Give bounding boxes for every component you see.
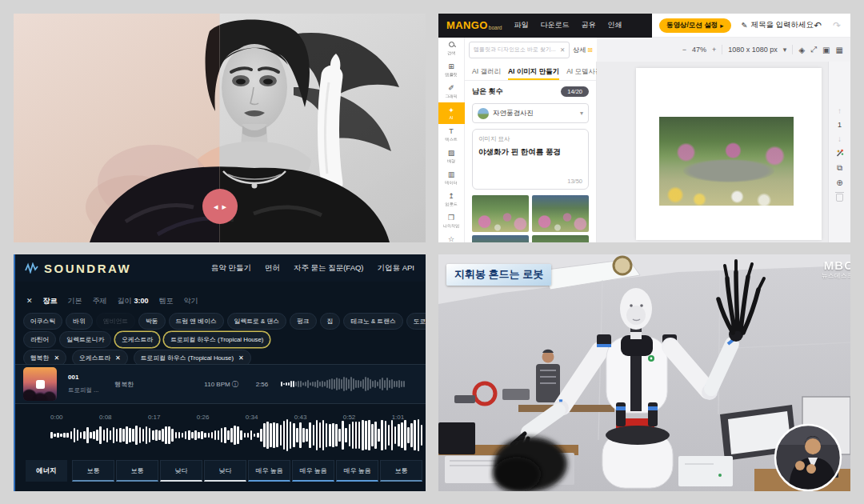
canvas-landscape-image[interactable] [659,117,794,206]
char-count: 13/50 [567,178,582,185]
redo-icon[interactable]: ↷ [833,20,841,31]
generated-image-2[interactable] [532,195,589,232]
genre-chip-house[interactable]: 집 [320,313,341,330]
sidebar-item-label: 데이터 [445,179,457,186]
trash-icon[interactable] [836,194,843,202]
filter-tempo[interactable]: 템포 [159,296,174,306]
energy-segment[interactable]: 보통 [116,460,158,482]
document-title-placeholder: 제목을 입력하세요 [750,20,814,30]
energy-segment[interactable]: 보통 [380,460,422,482]
motion-settings-button[interactable]: 동영상/모션 설정 ▸ [659,18,731,33]
genre-chip-rock[interactable]: 바위 [66,313,93,330]
detail-search-button[interactable]: 상세 ⊞ [573,46,593,54]
frame-icon[interactable]: ▣ [822,46,830,54]
move-layer-up-icon[interactable]: ↑ [838,106,842,115]
energy-segment[interactable]: 낮다 [160,460,202,482]
remove-tag-icon[interactable]: ✕ [115,354,121,362]
filter-length[interactable]: 길이3:00 [118,296,149,306]
nav-faq[interactable]: 자주 묻는 질문(FAQ) [294,263,364,274]
generated-image-4[interactable] [532,235,589,242]
prompt-textarea[interactable]: 이미지 묘사 야생화가 핀 한여름 풍경 13/50 [472,129,589,190]
generated-image-3[interactable] [472,235,529,242]
add-circle-icon[interactable]: ⊕ [836,178,842,187]
document-title-input[interactable]: ✎ 제목을 입력하세요 [742,20,814,30]
genre-chip-latin[interactable]: 라틴어 [23,331,56,348]
nav-create-music[interactable]: 음악 만들기 [211,263,251,274]
grid-view-icon[interactable]: ▦ [836,46,843,54]
close-filter-icon[interactable]: ✕ [26,297,33,305]
filter-basic[interactable]: 기본 [68,296,82,306]
zoom-in-button[interactable]: + [712,46,716,54]
energy-segment[interactable]: 보통 [72,460,114,482]
sidebar-item-ai[interactable]: ✦ AI [438,102,465,124]
filter-genre[interactable]: 장르 [43,296,58,306]
slider-right-arrow-icon: ▸ [222,202,227,211]
mangoboard-logo[interactable]: MANGO [446,19,488,31]
genre-chip-electronica[interactable]: 일렉트로니카 [59,331,111,348]
nav-license[interactable]: 면허 [265,263,280,274]
sidebar-item-search[interactable]: 검색 [438,38,465,59]
genre-chip-tropical-house[interactable]: 트로피컬 하우스 (Tropical House) [163,331,270,348]
genre-chip-electro-dance[interactable]: 일렉트로 & 댄스 [227,313,286,330]
menu-download[interactable]: 다운로드 [540,20,569,30]
undo-icon[interactable]: ↶ [814,20,822,31]
remove-tag-icon[interactable]: ✕ [54,354,59,362]
sidebar-item-upload[interactable]: ↥ 업로드 [438,189,465,210]
canvas-size-select[interactable]: 1080 x 1080 px [728,46,778,54]
menu-file[interactable]: 파일 [514,20,528,30]
clear-search-icon[interactable]: ✕ [560,46,565,54]
genre-chip-orchestra[interactable]: 오케스트라 [114,331,160,348]
tab-ai-gallery[interactable]: AI 갤러리 [472,67,501,80]
compare-slider-handle[interactable]: ◂ ▸ [202,189,238,224]
waveform[interactable] [50,417,424,454]
sidebar-item-my-work[interactable]: ❐ 나의작업 [438,210,465,232]
track-waveform[interactable] [281,372,416,396]
soundraw-app: SOUNDRAW 음악 만들기 면허 자주 묻는 질문(FAQ) 기업용 API… [14,254,426,491]
layer-number: 1 [838,121,842,129]
tab-ai-image-create[interactable]: AI 이미지 만들기 [508,67,559,80]
remove-tag-icon[interactable]: ✕ [238,354,244,362]
genre-chip-funk[interactable]: 펑크 [290,313,317,330]
layers-icon[interactable]: ◈ [798,46,805,54]
info-icon[interactable]: ⓘ [232,380,238,389]
zoom-out-button[interactable]: − [682,46,686,54]
filter-theme[interactable]: 주제 [93,296,107,306]
genre-chip-drum-and-bass[interactable]: 드럼 앤 베이스 [169,313,224,330]
style-select[interactable]: 자연풍경사진 ▾ [472,103,589,123]
filter-instruments[interactable]: 악기 [184,296,198,306]
track-row[interactable]: 001 트로피컬 ... 행복한 110 BPM ⓘ 2:56 [14,364,426,404]
sidebar-item-data[interactable]: ▥ 데이터 [438,167,465,189]
ai-panel: AI 갤러리 AI 이미지 만들기 AI 모델사진 남은 횟수 14/20 자연… [465,62,597,242]
menu-print[interactable]: 인쇄 [607,20,622,30]
genre-chip-ambient[interactable]: 엠비언트 [96,313,135,330]
genre-chip-acoustic[interactable]: 어쿠스틱 [23,313,62,330]
genre-chip-tokyo-night-pop[interactable]: 도쿄 나이트 팝 [406,313,426,330]
sidebar-item-favorites[interactable]: ☆ 즐겨찾기 [438,232,465,242]
generated-image-1[interactable] [472,195,529,232]
sidebar-item-background[interactable]: ▨ 배경 [438,146,465,167]
selected-tag-label: 오케스트라 [79,354,110,362]
nav-enterprise-api[interactable]: 기업용 API [378,263,414,274]
energy-segment[interactable]: 매우 높음 [336,460,378,482]
sidebar-item-graphic[interactable]: ✐ 그래픽 [438,81,465,102]
color-wand-icon[interactable] [835,149,844,158]
genre-chip-beats[interactable]: 박동 [138,313,166,330]
energy-segment[interactable]: 낮다 [204,460,246,482]
album-art[interactable] [23,367,57,401]
search-input[interactable]: 템플릿과 디자인요소 바로 찾기... ✕ [469,42,570,58]
motion-settings-label: 동영상/모션 설정 [666,21,718,30]
menu-share[interactable]: 공유 [581,20,595,30]
design-canvas[interactable] [636,68,822,240]
canvas-size-chevron-icon[interactable]: ▾ [783,46,787,54]
energy-segment[interactable]: 매우 높음 [292,460,334,482]
style-select-value: 자연풍경사진 [493,109,576,118]
sidebar-item-text[interactable]: T 텍스트 [438,124,465,146]
soundraw-logo[interactable]: SOUNDRAW [25,262,131,275]
fit-screen-icon[interactable]: ⤢ [810,45,817,54]
energy-segment[interactable]: 매우 높음 [248,460,290,482]
move-layer-down-icon[interactable]: ↓ [838,134,842,143]
genre-chip-techno-trance[interactable]: 테크노 & 트랜스 [343,313,402,330]
duplicate-icon[interactable]: ⧉ [837,163,842,173]
sidebar-item-template[interactable]: ⊞ 템플릿 [438,59,465,81]
stop-icon[interactable] [36,380,45,389]
